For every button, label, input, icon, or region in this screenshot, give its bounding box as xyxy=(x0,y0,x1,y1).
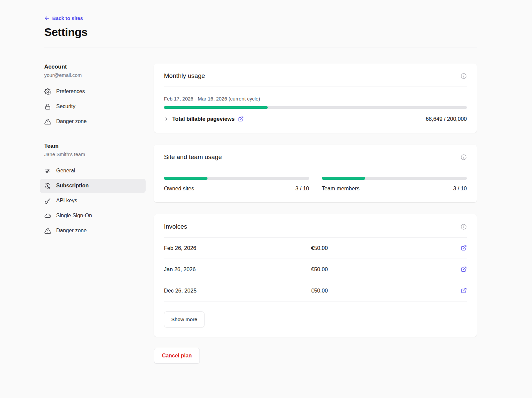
site-team-usage-title: Site and team usage xyxy=(164,153,222,161)
team-name: Jane Smith's team xyxy=(44,151,146,157)
cloud-icon xyxy=(44,212,51,219)
invoice-row: Jan 26, 2026 €50.00 xyxy=(164,259,467,280)
account-section: Account your@email.com Preferences Secur… xyxy=(44,64,146,129)
warning-triangle-icon xyxy=(44,227,51,234)
page-title: Settings xyxy=(44,26,477,39)
invoice-amount: €50.00 xyxy=(311,245,459,251)
team-members-value: 3 / 10 xyxy=(453,185,467,192)
sidebar-item-label: Single Sign-On xyxy=(56,213,92,219)
invoice-external-link-icon[interactable] xyxy=(461,266,467,272)
external-link-icon[interactable] xyxy=(238,116,244,122)
header-divider xyxy=(44,48,477,48)
invoice-amount: €50.00 xyxy=(311,288,459,294)
invoice-amount: €50.00 xyxy=(311,266,459,273)
invoice-date: Dec 26, 2025 xyxy=(164,288,311,294)
sidebar-item-label: General xyxy=(56,168,75,174)
team-members-meter: Team members 3 / 10 xyxy=(322,177,467,192)
site-team-usage-card: Site and team usage Owned sites xyxy=(154,145,477,202)
sidebar-item-label: Danger zone xyxy=(56,228,87,234)
monthly-usage-title: Monthly usage xyxy=(164,72,205,80)
team-members-label: Team members xyxy=(322,185,360,192)
back-to-sites-link[interactable]: Back to sites xyxy=(44,15,83,21)
invoice-external-link-icon[interactable] xyxy=(461,245,467,251)
team-nav: General $ Subscription API keys xyxy=(40,164,146,238)
back-link-label: Back to sites xyxy=(52,15,83,21)
team-heading: Team xyxy=(44,143,146,149)
sidebar-item-account-danger-zone[interactable]: Danger zone xyxy=(40,114,146,129)
sidebar-item-single-sign-on[interactable]: Single Sign-On xyxy=(40,209,146,223)
invoice-external-link-icon[interactable] xyxy=(461,288,467,294)
account-heading: Account xyxy=(44,64,146,70)
invoice-row: Feb 26, 2026 €50.00 xyxy=(164,238,467,259)
sliders-icon xyxy=(44,167,51,174)
monthly-usage-card: Monthly usage Feb 17, 2026 - Mar 16, 202… xyxy=(154,64,477,133)
sidebar-item-subscription[interactable]: $ Subscription xyxy=(40,179,146,193)
settings-page: Back to sites Settings Account your@emai… xyxy=(0,0,532,384)
invoice-date: Jan 26, 2026 xyxy=(164,266,311,273)
info-icon[interactable] xyxy=(461,224,467,230)
owned-sites-progress-fill xyxy=(164,177,207,180)
sidebar-item-general[interactable]: General xyxy=(40,164,146,178)
svg-text:$: $ xyxy=(47,184,49,187)
invoice-row: Dec 26, 2025 €50.00 xyxy=(164,280,467,301)
sidebar-item-label: Preferences xyxy=(56,89,85,95)
gear-icon xyxy=(44,88,51,95)
warning-triangle-icon xyxy=(44,118,51,125)
dollar-refresh-icon: $ xyxy=(44,182,51,189)
account-nav: Preferences Security Danger zone xyxy=(40,85,146,129)
pageviews-metric-label: Total billable pageviews xyxy=(172,116,235,122)
sidebar-item-label: Danger zone xyxy=(56,118,87,124)
owned-sites-progress-bar xyxy=(164,177,309,180)
key-icon xyxy=(44,197,51,204)
invoices-title: Invoices xyxy=(164,223,187,230)
team-members-progress-bar xyxy=(322,177,467,180)
team-members-progress-fill xyxy=(322,177,365,180)
chevron-right-icon xyxy=(164,116,169,121)
account-email: your@email.com xyxy=(44,72,146,78)
info-icon[interactable] xyxy=(461,154,467,160)
owned-sites-meter: Owned sites 3 / 10 xyxy=(164,177,309,192)
sidebar-item-label: Subscription xyxy=(56,183,89,189)
pageviews-progress-bar xyxy=(164,106,467,109)
sidebar-item-api-keys[interactable]: API keys xyxy=(40,194,146,208)
settings-sidebar: Account your@email.com Preferences Secur… xyxy=(44,64,146,238)
team-section: Team Jane Smith's team General $ Subscri… xyxy=(44,143,146,238)
cancel-plan-button[interactable]: Cancel plan xyxy=(154,348,200,364)
lock-icon xyxy=(44,103,51,110)
sidebar-item-team-danger-zone[interactable]: Danger zone xyxy=(40,224,146,238)
sidebar-item-label: API keys xyxy=(56,198,77,204)
pageviews-progress-fill xyxy=(164,106,268,109)
sidebar-item-preferences[interactable]: Preferences xyxy=(40,85,146,99)
owned-sites-value: 3 / 10 xyxy=(295,185,309,192)
invoices-card: Invoices Feb 26, 2026 €50.00 Jan 26, 202… xyxy=(154,214,477,337)
invoice-date: Feb 26, 2026 xyxy=(164,245,311,251)
sidebar-item-security[interactable]: Security xyxy=(40,100,146,114)
info-icon[interactable] xyxy=(461,73,467,79)
subscription-panel: Monthly usage Feb 17, 2026 - Mar 16, 202… xyxy=(154,64,477,364)
owned-sites-label: Owned sites xyxy=(164,185,194,192)
pageviews-usage-value: 68,649 / 200,000 xyxy=(426,116,467,122)
total-billable-pageviews-toggle[interactable]: Total billable pageviews xyxy=(164,116,244,122)
arrow-left-icon xyxy=(44,16,50,21)
billing-cycle-label: Feb 17, 2026 - Mar 16, 2026 (current cyc… xyxy=(164,96,467,101)
show-more-button[interactable]: Show more xyxy=(164,311,204,327)
sidebar-item-label: Security xyxy=(56,103,75,109)
